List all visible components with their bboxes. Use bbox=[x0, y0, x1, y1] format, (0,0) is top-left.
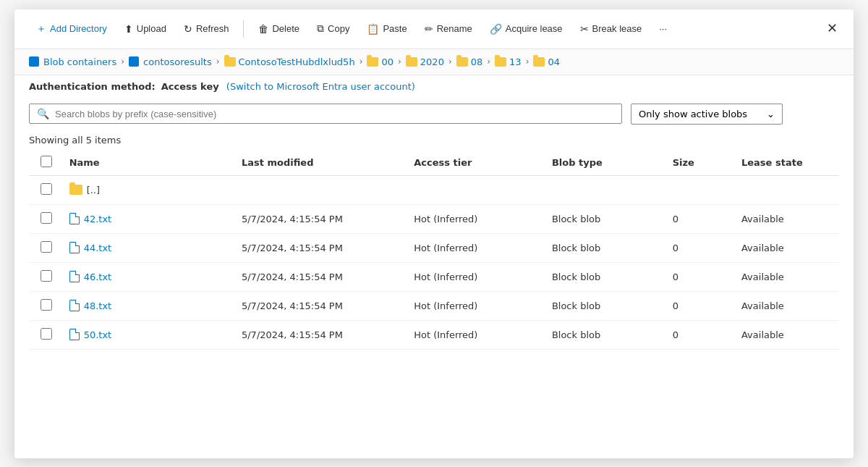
auth-bar: Authentication method: Access key (Switc… bbox=[14, 75, 854, 98]
search-input[interactable] bbox=[55, 109, 614, 119]
row-access-tier: Hot (Inferred) bbox=[408, 204, 546, 233]
select-all-cell bbox=[29, 150, 64, 176]
file-link[interactable]: 46.txt bbox=[69, 271, 230, 282]
row-last-modified bbox=[236, 175, 408, 204]
row-size: 0 bbox=[667, 262, 736, 291]
refresh-icon: ↻ bbox=[184, 23, 192, 35]
add-icon: ＋ bbox=[36, 22, 46, 35]
file-link[interactable]: 48.txt bbox=[69, 300, 230, 311]
table-row: [..] bbox=[29, 175, 839, 204]
copy-icon: ⧉ bbox=[317, 22, 324, 35]
file-icon bbox=[69, 329, 80, 340]
upload-icon: ⬆ bbox=[124, 23, 133, 35]
filter-dropdown[interactable]: Only show active blobs ⌄ bbox=[631, 104, 783, 125]
row-lease-state: Available bbox=[736, 291, 839, 320]
row-name: [..] bbox=[64, 175, 236, 204]
row-access-tier: Hot (Inferred) bbox=[408, 233, 546, 262]
folder-icon bbox=[406, 57, 417, 67]
toolbar: ＋ Add Directory ⬆ Upload ↻ Refresh 🗑 Del… bbox=[14, 9, 854, 49]
folder-icon bbox=[69, 185, 82, 195]
paste-icon: 📋 bbox=[367, 23, 379, 35]
folder-icon bbox=[224, 57, 236, 67]
file-icon bbox=[69, 242, 80, 253]
file-icon bbox=[69, 271, 80, 282]
row-lease-state: Available bbox=[736, 262, 839, 291]
col-name: Name bbox=[64, 150, 236, 176]
row-checkbox[interactable] bbox=[41, 328, 52, 340]
folder-icon bbox=[533, 57, 545, 67]
breadcrumb-folder-3[interactable]: 2020 bbox=[406, 56, 444, 67]
row-access-tier: Hot (Inferred) bbox=[408, 291, 546, 320]
row-last-modified: 5/7/2024, 4:15:54 PM bbox=[236, 233, 408, 262]
rename-icon: ✏ bbox=[425, 23, 433, 35]
close-button[interactable]: ✕ bbox=[822, 18, 842, 38]
table-row: 46.txt5/7/2024, 4:15:54 PMHot (Inferred)… bbox=[29, 262, 839, 291]
row-checkbox[interactable] bbox=[41, 270, 52, 282]
refresh-button[interactable]: ↻ Refresh bbox=[176, 19, 237, 39]
row-checkbox-cell bbox=[29, 262, 64, 291]
row-checkbox-cell bbox=[29, 233, 64, 262]
acquire-lease-button[interactable]: 🔗 Acquire lease bbox=[482, 19, 570, 39]
table-row: 42.txt5/7/2024, 4:15:54 PMHot (Inferred)… bbox=[29, 204, 839, 233]
row-name: 44.txt bbox=[64, 233, 236, 262]
row-checkbox-cell bbox=[29, 291, 64, 320]
file-link[interactable]: 44.txt bbox=[69, 242, 230, 253]
folder-link[interactable]: [..] bbox=[69, 185, 230, 195]
rename-button[interactable]: ✏ Rename bbox=[417, 19, 480, 39]
table-header-row: Name Last modified Access tier Blob type… bbox=[29, 150, 839, 176]
row-size: 0 bbox=[667, 204, 736, 233]
toolbar-divider-1 bbox=[243, 20, 244, 38]
breadcrumb-folder-1[interactable]: ContosoTestHubdlxlud5h bbox=[224, 56, 355, 67]
file-link[interactable]: 50.txt bbox=[69, 329, 230, 340]
delete-button[interactable]: 🗑 Delete bbox=[251, 19, 307, 39]
row-access-tier: Hot (Inferred) bbox=[408, 262, 546, 291]
row-checkbox[interactable] bbox=[41, 241, 52, 253]
folder-icon bbox=[367, 57, 378, 67]
breadcrumb: Blob containers › contosoresults › Conto… bbox=[14, 49, 854, 75]
row-last-modified: 5/7/2024, 4:15:54 PM bbox=[236, 204, 408, 233]
table-row: 44.txt5/7/2024, 4:15:54 PMHot (Inferred)… bbox=[29, 233, 839, 262]
blob-containers-icon bbox=[29, 56, 39, 67]
select-all-checkbox[interactable] bbox=[41, 156, 52, 167]
breadcrumb-folder-6[interactable]: 04 bbox=[533, 56, 560, 67]
break-lease-button[interactable]: ✂ Break lease bbox=[573, 19, 650, 39]
container-icon bbox=[129, 56, 139, 67]
row-checkbox-cell bbox=[29, 204, 64, 233]
add-directory-button[interactable]: ＋ Add Directory bbox=[29, 18, 114, 40]
table-row: 50.txt5/7/2024, 4:15:54 PMHot (Inferred)… bbox=[29, 320, 839, 349]
row-size: 0 bbox=[667, 233, 736, 262]
row-blob-type: Block blob bbox=[546, 204, 667, 233]
breadcrumb-blob-containers[interactable]: Blob containers bbox=[29, 56, 116, 67]
row-checkbox[interactable] bbox=[41, 212, 52, 224]
row-last-modified: 5/7/2024, 4:15:54 PM bbox=[236, 262, 408, 291]
row-blob-type: Block blob bbox=[546, 233, 667, 262]
row-checkbox[interactable] bbox=[41, 183, 52, 195]
row-blob-type: Block blob bbox=[546, 320, 667, 349]
blob-table: Name Last modified Access tier Blob type… bbox=[29, 150, 839, 350]
row-lease-state: Available bbox=[736, 320, 839, 349]
file-icon bbox=[69, 213, 80, 224]
upload-button[interactable]: ⬆ Upload bbox=[117, 19, 174, 39]
breadcrumb-folder-4[interactable]: 08 bbox=[456, 56, 483, 67]
col-lease-state: Lease state bbox=[736, 150, 839, 176]
paste-button[interactable]: 📋 Paste bbox=[359, 19, 414, 39]
breadcrumb-folder-5[interactable]: 13 bbox=[495, 56, 522, 67]
chevron-down-icon: ⌄ bbox=[767, 109, 775, 119]
more-options-button[interactable]: ··· bbox=[652, 19, 674, 38]
delete-icon: 🗑 bbox=[258, 23, 268, 35]
copy-button[interactable]: ⧉ Copy bbox=[310, 18, 357, 39]
breadcrumb-folder-2[interactable]: 00 bbox=[367, 56, 393, 67]
row-name: 48.txt bbox=[64, 291, 236, 320]
row-name: 50.txt bbox=[64, 320, 236, 349]
breadcrumb-contosoresults[interactable]: contosoresults bbox=[129, 56, 212, 67]
file-link[interactable]: 42.txt bbox=[69, 213, 230, 224]
col-last-modified: Last modified bbox=[236, 150, 408, 176]
col-access-tier: Access tier bbox=[408, 150, 546, 176]
row-access-tier bbox=[408, 175, 546, 204]
row-blob-type: Block blob bbox=[546, 262, 667, 291]
row-lease-state bbox=[736, 175, 839, 204]
row-checkbox[interactable] bbox=[41, 299, 52, 311]
row-checkbox-cell bbox=[29, 175, 64, 204]
switch-auth-link[interactable]: (Switch to Microsoft Entra user account) bbox=[226, 81, 415, 92]
folder-icon bbox=[495, 57, 506, 67]
